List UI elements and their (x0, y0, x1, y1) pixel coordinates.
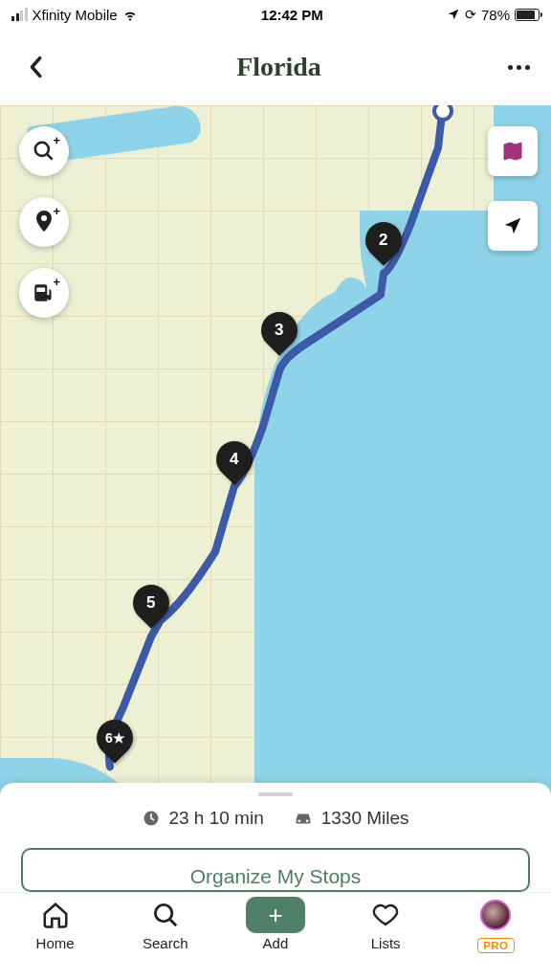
plus-badge-icon: + (53, 204, 60, 218)
sheet-grab-handle[interactable] (258, 792, 293, 796)
wifi-icon (122, 7, 138, 22)
svg-point-0 (35, 143, 49, 156)
recenter-button[interactable] (488, 201, 538, 251)
pro-badge: PRO (477, 938, 514, 953)
clock-icon (142, 809, 161, 828)
add-button[interactable]: + (246, 897, 305, 933)
battery-percentage: 78% (481, 7, 510, 23)
map-view-column (488, 126, 538, 251)
map-tool-column: + + + (19, 126, 69, 318)
tab-home[interactable]: Home (0, 899, 110, 951)
location-arrow-icon (447, 8, 460, 21)
waypoint-marker-6[interactable]: 6★ (97, 720, 133, 766)
status-bar: Xfinity Mobile 12:42 PM ⟳ 78% (0, 0, 551, 29)
tab-search[interactable]: Search (110, 899, 220, 951)
carrier-name: Xfinity Mobile (33, 7, 118, 23)
heart-icon (371, 901, 400, 929)
zoom-in-button[interactable]: + (19, 126, 69, 176)
waypoint-marker-5[interactable]: 5 (133, 585, 169, 631)
page-title: Florida (236, 52, 321, 82)
trip-distance: 1330 Miles (321, 808, 409, 829)
more-options-button[interactable] (508, 65, 530, 70)
svg-point-2 (155, 904, 172, 922)
plus-badge-icon: + (53, 133, 60, 147)
battery-icon (515, 9, 540, 21)
search-icon (151, 901, 180, 929)
trip-summary-sheet[interactable]: 23 h 10 min 1330 Miles Organize My Stops (0, 783, 551, 892)
tab-add[interactable]: + Add (220, 899, 330, 951)
organize-stops-button[interactable]: Organize My Stops (21, 848, 530, 892)
trip-duration: 23 h 10 min (168, 808, 263, 829)
rotation-lock-icon: ⟳ (465, 7, 476, 22)
clock: 12:42 PM (261, 7, 323, 23)
waypoint-marker-3[interactable]: 3 (261, 312, 298, 358)
home-icon (41, 901, 70, 929)
waypoint-marker-4[interactable]: 4 (216, 441, 253, 487)
waypoint-marker-2[interactable]: 2 (365, 222, 402, 268)
signal-bars-icon (11, 8, 28, 21)
back-button[interactable] (21, 53, 50, 81)
bottom-tab-bar: Home Search + Add Lists PRO (0, 892, 551, 980)
avatar (480, 900, 511, 930)
app-header: Florida (0, 29, 551, 105)
tab-lists[interactable]: Lists (331, 899, 441, 951)
trip-stats: 23 h 10 min 1330 Miles (13, 808, 538, 848)
car-icon (293, 810, 314, 827)
add-place-button[interactable]: + (19, 197, 69, 247)
plus-badge-icon: + (53, 275, 60, 289)
map-layers-button[interactable] (488, 126, 538, 176)
tab-profile[interactable]: PRO (441, 899, 551, 953)
map-canvas[interactable]: 2 3 4 5 6★ + + + (0, 105, 551, 892)
add-fuel-button[interactable]: + (19, 268, 69, 318)
